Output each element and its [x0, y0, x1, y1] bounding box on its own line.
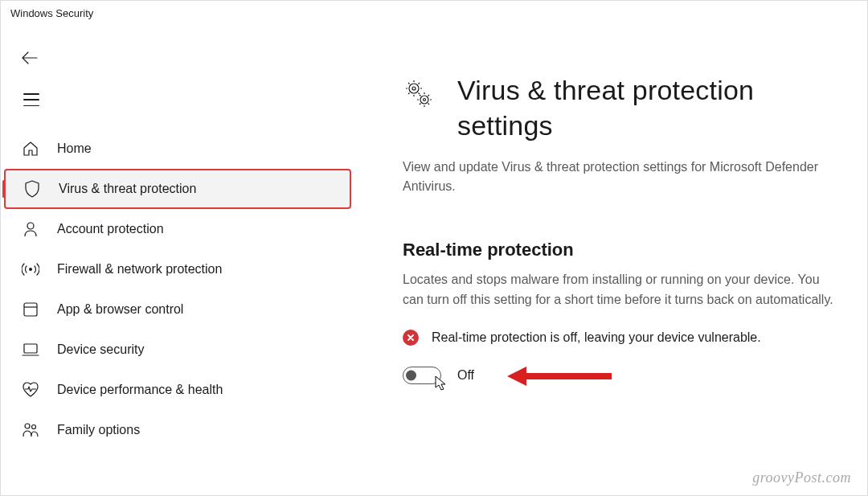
app-icon	[22, 301, 39, 318]
sidebar-item-app-browser[interactable]: App & browser control	[1, 289, 354, 330]
sidebar: Home Virus & threat protection Account p…	[1, 26, 354, 494]
page-title: Virus & threat protection settings	[457, 72, 835, 143]
sidebar-item-label: Device security	[57, 342, 144, 357]
watermark: groovyPost.com	[752, 469, 851, 486]
antenna-icon	[22, 260, 39, 278]
sidebar-item-performance[interactable]: Device performance & health	[1, 370, 354, 410]
window-title: Windows Security	[1, 1, 867, 26]
svg-point-1	[29, 268, 32, 271]
toggle-state-label: Off	[457, 368, 474, 383]
svg-point-4	[25, 424, 30, 428]
cursor-icon	[435, 375, 448, 395]
warning-text: Real-time protection is off, leaving you…	[432, 328, 761, 347]
section-description: Locates and stops malware from installin…	[403, 270, 835, 310]
sidebar-item-label: Virus & threat protection	[59, 182, 196, 196]
sidebar-item-firewall[interactable]: Firewall & network protection	[1, 249, 354, 289]
hamburger-menu-button[interactable]	[23, 93, 39, 106]
family-icon	[22, 421, 39, 439]
sidebar-item-home[interactable]: Home	[1, 129, 354, 169]
sidebar-item-label: Home	[57, 141, 92, 156]
home-icon	[22, 140, 39, 158]
sidebar-item-label: Family options	[57, 423, 140, 437]
sidebar-item-label: App & browser control	[57, 302, 183, 317]
heart-icon	[22, 381, 39, 399]
arrow-annotation	[507, 364, 612, 391]
sidebar-item-family[interactable]: Family options	[1, 410, 354, 450]
sidebar-item-label: Device performance & health	[57, 383, 223, 397]
back-arrow-icon	[22, 51, 38, 64]
svg-rect-3	[24, 344, 37, 353]
back-button[interactable]	[22, 48, 41, 68]
person-icon	[22, 220, 39, 238]
laptop-icon	[22, 341, 39, 359]
sidebar-item-device-security[interactable]: Device security	[1, 330, 354, 370]
svg-point-0	[27, 223, 34, 229]
svg-point-5	[32, 425, 36, 429]
svg-point-6	[409, 84, 419, 93]
sidebar-item-label: Firewall & network protection	[57, 262, 222, 277]
svg-point-8	[420, 96, 428, 104]
sidebar-item-account[interactable]: Account protection	[1, 209, 354, 249]
page-description: View and update Virus & threat protectio…	[403, 158, 835, 196]
svg-point-7	[412, 87, 416, 90]
sidebar-item-virus-threat[interactable]: Virus & threat protection	[4, 169, 351, 209]
warning-message: Real-time protection is off, leaving you…	[403, 328, 835, 347]
svg-rect-2	[24, 303, 37, 316]
gears-icon	[403, 79, 433, 113]
shield-icon	[23, 180, 41, 198]
error-icon	[403, 330, 419, 346]
svg-point-9	[424, 99, 426, 101]
sidebar-item-label: Account protection	[57, 222, 164, 236]
main-content: Virus & threat protection settings View …	[354, 26, 867, 494]
section-title: Real-time protection	[403, 240, 835, 260]
